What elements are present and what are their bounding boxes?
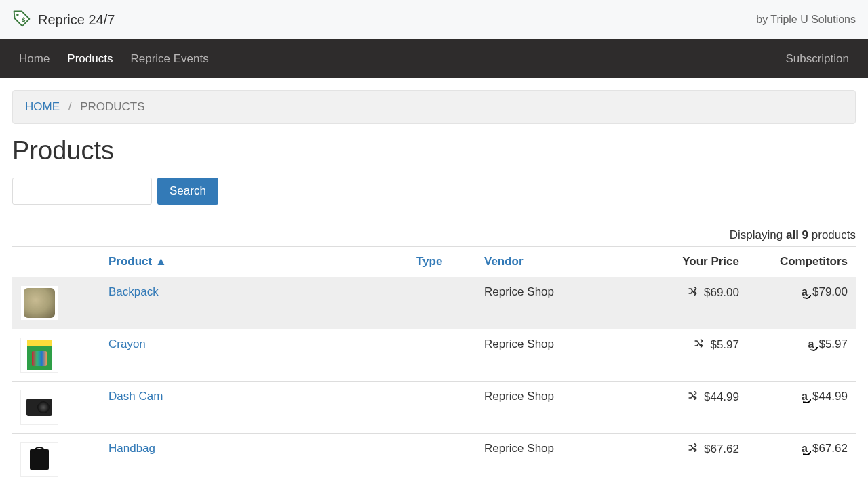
search-input[interactable] xyxy=(12,178,152,205)
cell-thumb xyxy=(12,434,100,486)
product-thumbnail xyxy=(20,285,58,321)
table-row: Backpack Reprice Shop $69.00 a $79.00 xyxy=(12,277,856,329)
main-nav: Home Products Reprice Events Subscriptio… xyxy=(0,39,868,78)
your-price-value: $5.97 xyxy=(710,338,739,352)
amazon-icon: a xyxy=(802,287,808,298)
cell-product: Dash Cam xyxy=(100,382,408,434)
cell-vendor: Reprice Shop xyxy=(476,277,632,329)
product-thumbnail xyxy=(20,390,58,425)
table-row: Dash Cam Reprice Shop $44.99 a $44.99 xyxy=(12,382,856,434)
cell-type xyxy=(408,434,476,486)
cell-your-price: $5.97 xyxy=(632,329,747,382)
svg-point-0 xyxy=(16,14,19,16)
byline: by Triple U Solutions xyxy=(756,14,856,26)
cell-your-price: $69.00 xyxy=(632,277,747,329)
nav-item-home[interactable]: Home xyxy=(19,52,50,66)
breadcrumb-separator: / xyxy=(63,100,77,113)
product-thumbnail xyxy=(20,338,58,373)
breadcrumb-current: PRODUCTS xyxy=(80,100,144,113)
nav-right: Subscription xyxy=(785,52,849,66)
cell-type xyxy=(408,329,476,382)
product-link[interactable]: Handbag xyxy=(108,442,155,455)
cell-competitor: a $44.99 xyxy=(747,382,856,434)
competitor-price-value: $79.00 xyxy=(812,285,848,299)
table-row: Handbag Reprice Shop $67.62 a $67.62 xyxy=(12,434,856,486)
nav-left: Home Products Reprice Events xyxy=(19,52,209,66)
cell-competitor: a $79.00 xyxy=(747,277,856,329)
brand: $ Reprice 24/7 xyxy=(12,9,115,30)
svg-text:$: $ xyxy=(22,16,26,23)
cell-product: Handbag xyxy=(100,434,408,486)
page-title: Products xyxy=(12,136,856,165)
cell-your-price: $44.99 xyxy=(632,382,747,434)
cell-competitor: a $67.62 xyxy=(747,434,856,486)
your-price-value: $44.99 xyxy=(704,390,739,404)
cell-thumb xyxy=(12,382,100,434)
competitor-price-value: $67.62 xyxy=(812,442,848,455)
product-thumbnail xyxy=(20,442,58,477)
search-button[interactable]: Search xyxy=(157,178,218,205)
divider xyxy=(12,216,856,216)
product-link[interactable]: Dash Cam xyxy=(108,390,163,403)
nav-item-reprice-events[interactable]: Reprice Events xyxy=(130,52,208,66)
cell-thumb xyxy=(12,277,100,329)
amazon-icon: a xyxy=(802,443,808,454)
col-competitors: Competitors xyxy=(747,247,856,277)
search-row: Search xyxy=(12,178,856,205)
competitor-price-value: $5.97 xyxy=(818,338,848,351)
cell-your-price: $67.62 xyxy=(632,434,747,486)
top-bar: $ Reprice 24/7 by Triple U Solutions xyxy=(0,0,868,39)
col-thumb xyxy=(12,247,100,277)
col-vendor[interactable]: Vendor xyxy=(476,247,632,277)
cell-product: Backpack xyxy=(100,277,408,329)
shuffle-icon xyxy=(688,442,699,457)
product-link[interactable]: Crayon xyxy=(108,338,146,350)
col-your-price: Your Price xyxy=(632,247,747,277)
table-row: Crayon Reprice Shop $5.97 a $5.97 xyxy=(12,329,856,382)
your-price-value: $67.62 xyxy=(704,443,739,456)
nav-item-products[interactable]: Products xyxy=(67,52,113,66)
competitor-price-value: $44.99 xyxy=(812,390,848,403)
amazon-icon: a xyxy=(802,391,808,402)
cell-thumb xyxy=(12,329,100,382)
breadcrumb-home[interactable]: HOME xyxy=(25,100,60,113)
shuffle-icon xyxy=(688,390,699,405)
your-price-value: $69.00 xyxy=(704,286,739,300)
result-count: Displaying all 9 products xyxy=(12,228,856,242)
cell-type xyxy=(408,277,476,329)
price-tag-icon: $ xyxy=(12,9,31,30)
nav-item-subscription[interactable]: Subscription xyxy=(785,52,849,66)
col-product[interactable]: Product ▲ xyxy=(100,247,408,277)
cell-vendor: Reprice Shop xyxy=(476,329,632,382)
cell-type xyxy=(408,382,476,434)
product-link[interactable]: Backpack xyxy=(108,285,159,298)
cell-product: Crayon xyxy=(100,329,408,382)
cell-competitor: a $5.97 xyxy=(747,329,856,382)
col-type[interactable]: Type xyxy=(408,247,476,277)
brand-name: Reprice 24/7 xyxy=(38,12,115,28)
cell-vendor: Reprice Shop xyxy=(476,382,632,434)
shuffle-icon xyxy=(688,285,699,300)
products-table: Product ▲ Type Vendor Your Price Competi… xyxy=(12,246,856,485)
cell-vendor: Reprice Shop xyxy=(476,434,632,486)
breadcrumb: HOME / PRODUCTS xyxy=(12,90,856,124)
amazon-icon: a xyxy=(808,339,814,350)
shuffle-icon xyxy=(694,338,705,352)
